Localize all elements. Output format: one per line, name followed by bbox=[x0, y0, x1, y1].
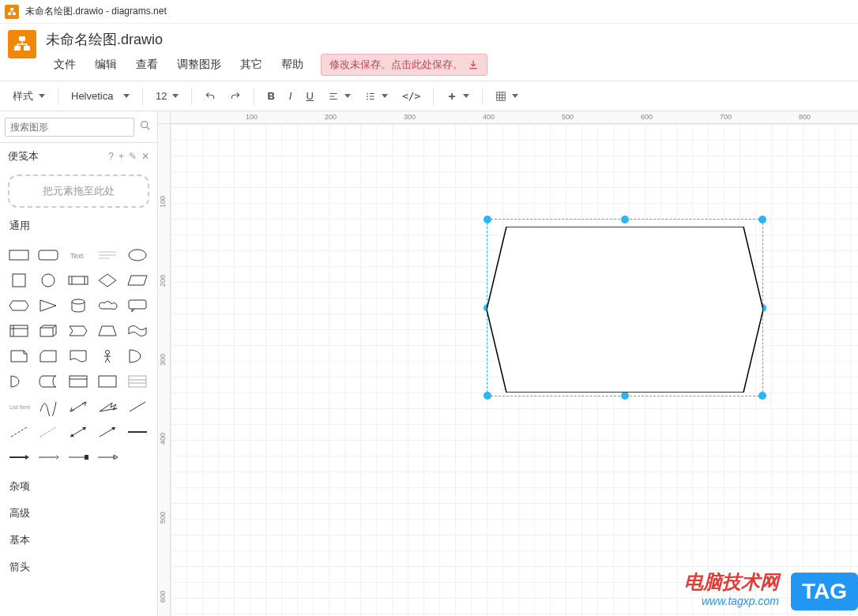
shape-line[interactable] bbox=[125, 396, 150, 418]
shape-tape[interactable] bbox=[125, 320, 150, 342]
list-dropdown[interactable] bbox=[359, 88, 394, 105]
shape-cloud[interactable] bbox=[95, 295, 120, 317]
save-notice-button[interactable]: 修改未保存。点击此处保存。 bbox=[321, 54, 487, 76]
shape-bidir-arrow2[interactable] bbox=[66, 421, 91, 443]
shape-dashed-line[interactable] bbox=[6, 421, 32, 443]
shape-step[interactable] bbox=[66, 320, 91, 342]
shape-callout[interactable] bbox=[125, 295, 150, 317]
shape-directional-arrow[interactable] bbox=[95, 421, 120, 443]
shape-ellipse[interactable] bbox=[125, 244, 150, 266]
shape-link-open[interactable] bbox=[95, 446, 120, 468]
category-general[interactable]: 通用 bbox=[0, 212, 157, 239]
code-button[interactable]: </> bbox=[396, 87, 427, 105]
font-size-dropdown[interactable]: 12 bbox=[149, 87, 185, 105]
font-family-dropdown[interactable]: Helvetica bbox=[65, 87, 136, 105]
ruler-vertical[interactable]: 100 200 300 400 500 600 bbox=[158, 124, 171, 616]
underline-button[interactable]: U bbox=[299, 87, 319, 105]
shape-list-item[interactable]: List Item bbox=[6, 396, 32, 418]
svg-rect-12 bbox=[39, 250, 58, 260]
chevron-down-icon bbox=[123, 94, 130, 98]
shape-bidirectional-arrow[interactable] bbox=[66, 396, 91, 418]
resize-handle-s[interactable] bbox=[621, 392, 629, 400]
shape-link-line[interactable] bbox=[125, 421, 150, 443]
shape-or[interactable] bbox=[125, 345, 150, 367]
resize-handle-se[interactable] bbox=[758, 392, 766, 400]
shape-cube[interactable] bbox=[36, 320, 61, 342]
category-advanced[interactable]: 高级 bbox=[0, 500, 157, 527]
shape-internal-storage[interactable] bbox=[6, 320, 32, 342]
menu-file[interactable]: 文件 bbox=[46, 54, 84, 75]
resize-handle-ne[interactable] bbox=[758, 216, 766, 223]
bold-button[interactable]: B bbox=[261, 87, 280, 105]
shape-textbox[interactable] bbox=[95, 244, 120, 266]
scratchpad-header[interactable]: 便笺本 ? + ✎ ✕ bbox=[0, 143, 157, 170]
shape-process[interactable] bbox=[66, 269, 91, 291]
shape-link-thin[interactable] bbox=[36, 446, 61, 468]
menu-arrange[interactable]: 调整图形 bbox=[169, 54, 229, 75]
svg-rect-19 bbox=[129, 300, 146, 309]
category-arrows[interactable]: 箭头 bbox=[0, 554, 157, 580]
shape-container2[interactable] bbox=[95, 370, 120, 393]
shape-square[interactable] bbox=[6, 269, 32, 291]
shape-text[interactable]: Text bbox=[66, 244, 91, 266]
shape-document[interactable] bbox=[66, 345, 91, 367]
shape-circle[interactable] bbox=[36, 269, 61, 291]
chevron-down-icon bbox=[382, 94, 388, 98]
insert-dropdown[interactable] bbox=[440, 88, 476, 105]
close-icon[interactable]: ✕ bbox=[141, 151, 149, 162]
shape-container[interactable] bbox=[66, 370, 91, 393]
svg-rect-0 bbox=[10, 8, 13, 10]
edit-icon[interactable]: ✎ bbox=[129, 151, 137, 162]
align-dropdown[interactable] bbox=[322, 88, 357, 105]
shape-diamond[interactable] bbox=[95, 269, 120, 291]
category-basic[interactable]: 基本 bbox=[0, 527, 157, 554]
shape-link-arrow[interactable] bbox=[6, 446, 32, 468]
chevron-down-icon bbox=[512, 94, 518, 98]
shape-rounded-rect[interactable] bbox=[36, 244, 61, 266]
shape-card[interactable] bbox=[36, 345, 61, 367]
menu-view[interactable]: 查看 bbox=[128, 54, 166, 75]
shape-list[interactable] bbox=[125, 370, 150, 393]
shape-data-storage[interactable] bbox=[36, 370, 61, 393]
search-input[interactable] bbox=[5, 118, 134, 137]
scratchpad-dropzone[interactable]: 把元素拖至此处 bbox=[8, 175, 149, 208]
shape-note[interactable] bbox=[6, 345, 32, 367]
app-logo-icon bbox=[8, 30, 36, 58]
category-misc[interactable]: 杂项 bbox=[0, 473, 157, 500]
search-button[interactable] bbox=[134, 116, 156, 137]
shape-triangle[interactable] bbox=[36, 295, 61, 317]
undo-button[interactable] bbox=[198, 88, 222, 105]
shape-curve[interactable] bbox=[36, 396, 61, 418]
document-title[interactable]: 未命名绘图.drawio bbox=[46, 30, 850, 49]
drawing-canvas[interactable]: 电脑技术网 www.tagxp.com TAG bbox=[171, 124, 858, 616]
redo-button[interactable] bbox=[224, 88, 247, 105]
plus-icon[interactable]: + bbox=[119, 151, 124, 162]
menu-help[interactable]: 帮助 bbox=[273, 54, 311, 75]
italic-button[interactable]: I bbox=[283, 87, 299, 105]
chevron-down-icon bbox=[39, 94, 45, 98]
watermark: 电脑技术网 www.tagxp.com bbox=[684, 569, 779, 607]
table-dropdown[interactable] bbox=[489, 88, 525, 105]
menu-edit[interactable]: 编辑 bbox=[87, 54, 125, 75]
menu-extras[interactable]: 其它 bbox=[232, 54, 270, 75]
shape-link-solid[interactable] bbox=[66, 446, 91, 468]
ruler-corner bbox=[158, 111, 171, 124]
shape-dotted-line[interactable] bbox=[36, 421, 61, 443]
shape-cylinder[interactable] bbox=[66, 295, 91, 317]
hexagon-shape[interactable] bbox=[487, 227, 763, 393]
shape-parallelogram[interactable] bbox=[125, 269, 150, 291]
shape-and[interactable] bbox=[6, 370, 32, 393]
resize-handle-n[interactable] bbox=[621, 216, 629, 223]
shape-rectangle[interactable] bbox=[6, 244, 32, 266]
watermark-line1: 电脑技术网 bbox=[684, 569, 779, 595]
shape-trapezoid[interactable] bbox=[95, 320, 120, 342]
shape-arrow-thick[interactable] bbox=[95, 396, 120, 418]
resize-handle-nw[interactable] bbox=[484, 216, 491, 223]
style-dropdown[interactable]: 样式 bbox=[6, 86, 51, 107]
ruler-horizontal[interactable]: 100 200 300 400 500 600 700 800 bbox=[171, 111, 858, 124]
help-icon[interactable]: ? bbox=[108, 151, 114, 162]
shape-actor[interactable] bbox=[95, 345, 120, 367]
resize-handle-sw[interactable] bbox=[484, 392, 491, 400]
svg-rect-22 bbox=[70, 376, 87, 387]
shape-hexagon[interactable] bbox=[6, 295, 32, 317]
